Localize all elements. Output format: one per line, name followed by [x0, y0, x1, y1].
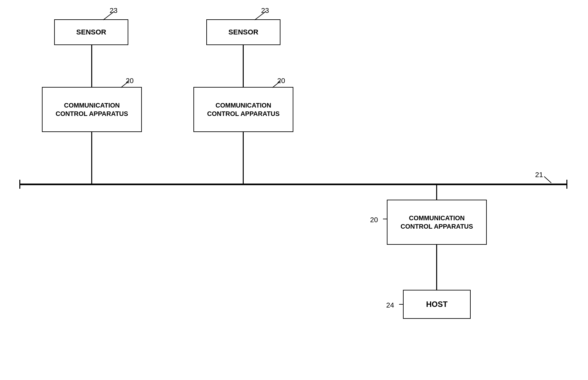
host-ref-arrow: [0, 0, 588, 380]
host-label: HOST: [426, 299, 448, 309]
host-ref: 24: [386, 301, 394, 309]
sensor1-label: SENSOR: [76, 28, 106, 37]
conn-sensor2-comm2: [243, 45, 244, 87]
conn-comm1-bus: [91, 132, 92, 184]
comm3-ref-arrow: [0, 0, 588, 380]
comm1-box: COMMUNICATIONCONTROL APPARATUS: [42, 87, 142, 132]
sensor1-ref-line: [0, 0, 588, 380]
bus-tick-left: [19, 180, 20, 189]
comm2-label: COMMUNICATIONCONTROL APPARATUS: [207, 101, 280, 118]
sensor2-ref-line: [0, 0, 588, 380]
comm2-ref: 20: [277, 77, 285, 85]
conn-bus-comm3: [436, 184, 437, 200]
comm1-label: COMMUNICATIONCONTROL APPARATUS: [56, 101, 128, 118]
comm3-box: COMMUNICATIONCONTROL APPARATUS: [387, 200, 487, 245]
comm3-ref: 20: [370, 216, 378, 224]
comm2-box: COMMUNICATIONCONTROL APPARATUS: [193, 87, 293, 132]
comm2-ref-line: [0, 0, 588, 380]
bus-tick-right: [566, 180, 567, 189]
diagram: SENSOR 23 SENSOR 23 COMMUNICATIONCONTROL…: [0, 0, 588, 380]
bus-ref-line: [0, 0, 588, 380]
host-box: HOST: [403, 290, 471, 319]
sensor2-label: SENSOR: [229, 28, 259, 37]
comm1-ref: 20: [126, 77, 133, 85]
conn-comm3-host: [436, 245, 437, 290]
conn-comm2-bus: [243, 132, 244, 184]
conn-sensor1-comm1: [91, 45, 92, 87]
bus-ref: 21: [535, 171, 543, 179]
sensor2-box: SENSOR: [206, 19, 280, 45]
sensor1-ref: 23: [110, 6, 117, 15]
sensor2-ref: 23: [261, 6, 269, 15]
comm1-ref-line: [0, 0, 588, 380]
svg-line-6: [544, 176, 551, 183]
sensor1-box: SENSOR: [54, 19, 128, 45]
bus-line: [19, 184, 567, 185]
comm3-label: COMMUNICATIONCONTROL APPARATUS: [401, 214, 473, 231]
